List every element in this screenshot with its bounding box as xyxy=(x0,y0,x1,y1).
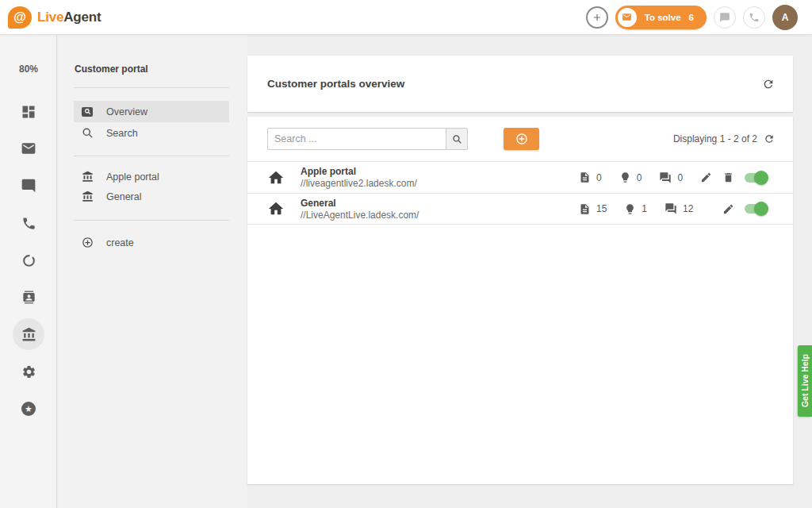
search-submit-button[interactable] xyxy=(446,128,468,150)
to-solve-label: To solve xyxy=(645,13,681,22)
forum-count: 12 xyxy=(683,203,693,214)
star-icon: ★ xyxy=(21,402,36,416)
articles-count: 0 xyxy=(596,172,602,183)
create-portal-button[interactable] xyxy=(504,128,539,150)
refresh-button[interactable] xyxy=(762,78,775,90)
portal-enabled-toggle[interactable] xyxy=(745,204,767,214)
toolbar: Displaying 1 - 2 of 2 xyxy=(247,117,793,161)
envelope-icon xyxy=(618,8,637,27)
nav-item-label: create xyxy=(106,237,134,248)
add-circle-icon xyxy=(515,133,528,145)
nav-item-label: General xyxy=(106,191,141,202)
nav-item-label: Apple portal xyxy=(106,171,159,183)
main-header: Customer portals overview xyxy=(247,56,793,112)
portals-table: Apple portal //liveagentlive2.ladesk.com… xyxy=(247,161,793,225)
add-circle-icon xyxy=(81,237,94,248)
refresh-list-button[interactable] xyxy=(764,133,775,144)
gear-icon xyxy=(21,364,36,379)
nav-item-apple-portal[interactable]: Apple portal xyxy=(74,166,229,187)
row-actions xyxy=(722,203,767,215)
delete-icon[interactable] xyxy=(722,171,734,183)
search-input[interactable] xyxy=(267,128,446,150)
divider xyxy=(74,220,229,221)
nav-item-search[interactable]: Search xyxy=(74,122,229,144)
get-live-help-button[interactable]: Get Live Help xyxy=(798,345,812,417)
sidebar-item-contacts[interactable] xyxy=(13,281,44,313)
to-solve-count: 6 xyxy=(689,13,694,22)
row-actions xyxy=(700,171,767,183)
portals-panel: Displaying 1 - 2 of 2 Apple portal //liv… xyxy=(247,117,793,484)
portal-stats: 0 0 0 xyxy=(579,171,683,184)
articles-count: 15 xyxy=(596,203,607,214)
suggestions-count: 1 xyxy=(642,203,647,214)
forum-icon xyxy=(665,202,677,215)
nav-item-create[interactable]: create xyxy=(74,232,229,253)
logo-agent: Agent xyxy=(63,10,101,25)
to-solve-button[interactable]: To solve 6 xyxy=(615,6,707,29)
displaying-status: Displaying 1 - 2 of 2 xyxy=(673,133,757,144)
top-bar: @ LiveAgent To solve 6 A xyxy=(0,0,812,35)
suggestions-icon xyxy=(624,203,636,215)
bank-icon xyxy=(21,327,36,342)
search-icon xyxy=(452,134,462,144)
sidebar-item-status[interactable] xyxy=(13,244,44,276)
global-add-button[interactable] xyxy=(586,6,608,29)
toggle-knob xyxy=(754,171,768,185)
divider xyxy=(74,156,229,156)
phone-icon xyxy=(21,216,36,231)
portal-url: //LiveAgentLive.ladesk.com/ xyxy=(301,210,419,221)
portal-stats: 15 1 12 xyxy=(579,202,693,215)
chat-icon xyxy=(719,12,730,23)
liveagent-logo[interactable]: @ LiveAgent xyxy=(8,6,101,29)
icon-rail-sidebar: 80% ★ xyxy=(0,35,57,508)
edit-icon[interactable] xyxy=(700,171,712,183)
chats-button[interactable] xyxy=(714,6,736,29)
logo-bubble-icon: @ xyxy=(8,6,32,29)
search-icon xyxy=(81,127,94,139)
sidebar-item-calls[interactable] xyxy=(13,207,44,239)
contact-card-icon xyxy=(21,290,36,305)
page-title: Customer portals overview xyxy=(267,78,404,90)
calls-button[interactable] xyxy=(743,6,765,29)
plus-icon xyxy=(592,12,603,23)
nav-item-general[interactable]: General xyxy=(74,186,229,207)
toggle-knob xyxy=(754,202,768,216)
nav-item-label: Search xyxy=(106,128,138,139)
portal-nav-title: Customer portal xyxy=(75,64,148,75)
articles-icon xyxy=(579,203,591,215)
table-row-general[interactable]: General //LiveAgentLive.ladesk.com/ 15 1… xyxy=(247,193,793,225)
edit-icon[interactable] xyxy=(722,203,734,215)
portal-name: Apple portal xyxy=(301,166,417,177)
ring-icon xyxy=(21,253,36,268)
suggestions-icon xyxy=(619,171,631,183)
search-group xyxy=(267,128,468,150)
zoom-level-indicator[interactable]: 80% xyxy=(0,64,57,75)
phone-icon xyxy=(749,12,760,23)
sidebar-item-upgrade[interactable]: ★ xyxy=(13,393,44,425)
portal-url: //liveagentlive2.ladesk.com/ xyxy=(301,178,417,189)
refresh-icon xyxy=(764,133,775,144)
nav-item-overview[interactable]: Overview xyxy=(74,101,229,122)
divider xyxy=(74,87,229,88)
sidebar-item-customer-portal[interactable] xyxy=(13,318,44,350)
dashboard-icon xyxy=(21,104,36,120)
avatar-letter: A xyxy=(782,12,789,23)
sidebar-item-dashboard[interactable] xyxy=(13,96,44,128)
bank-icon xyxy=(81,190,94,202)
sidebar-item-chats[interactable] xyxy=(13,170,44,202)
portal-enabled-toggle[interactable] xyxy=(745,173,767,183)
overview-icon xyxy=(81,107,94,117)
table-row-apple-portal[interactable]: Apple portal //liveagentlive2.ladesk.com… xyxy=(247,161,793,193)
sidebar-item-tickets[interactable] xyxy=(13,133,44,164)
refresh-icon xyxy=(762,78,775,90)
mail-icon xyxy=(21,140,36,156)
customer-portal-nav: Customer portal Overview Search Apple po… xyxy=(58,35,247,508)
chat-bubble-icon xyxy=(21,178,36,194)
logo-live: Live xyxy=(37,10,63,25)
articles-icon xyxy=(579,171,591,183)
bank-icon xyxy=(81,171,94,183)
agent-avatar[interactable]: A xyxy=(772,5,798,30)
sidebar-item-settings[interactable] xyxy=(13,356,44,387)
forum-count: 0 xyxy=(677,172,683,183)
forum-icon xyxy=(659,171,672,184)
